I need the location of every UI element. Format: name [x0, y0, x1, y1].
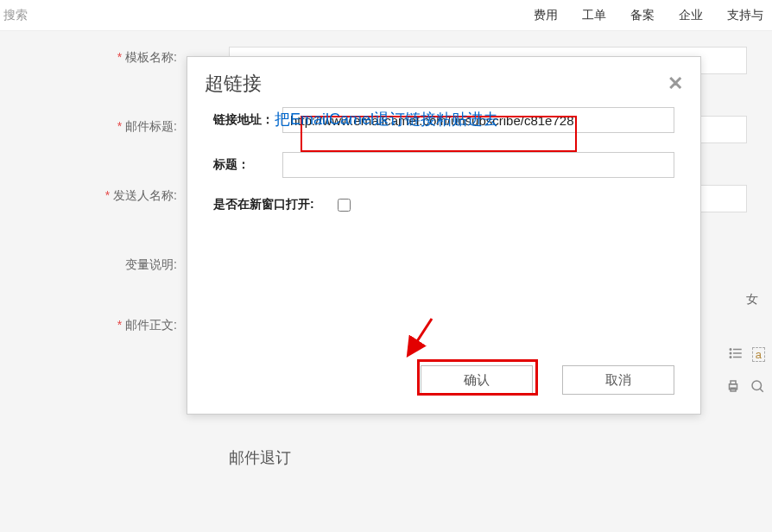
new-window-checkbox[interactable] [338, 199, 351, 212]
label-email-title: *邮件标题: [0, 116, 177, 135]
svg-point-4 [730, 352, 731, 354]
modal-header: 超链接 ✕ [187, 57, 700, 107]
svg-rect-7 [731, 381, 736, 384]
topbar: 搜索 费用 工单 备案 企业 支持与 [0, 0, 772, 31]
svg-point-9 [752, 381, 762, 390]
title-input[interactable] [282, 152, 674, 178]
nav-ticket[interactable]: 工单 [582, 8, 606, 23]
modal-footer: 确认 取消 [421, 365, 674, 395]
editor-toolbar-row2 [725, 378, 765, 396]
modal-title: 超链接 [205, 71, 262, 97]
svg-line-10 [760, 389, 763, 392]
nav-support[interactable]: 支持与 [727, 8, 763, 23]
label-new-window: 是否在新窗口打开: [213, 197, 334, 212]
confirm-button[interactable]: 确认 [421, 365, 533, 395]
font-style-icon[interactable]: a [752, 347, 765, 362]
label-var-desc: 变量说明: [0, 254, 177, 273]
label-url: 链接地址： [213, 112, 282, 128]
svg-point-3 [730, 349, 731, 351]
gender-female: 女 [746, 292, 758, 307]
label-email-body: *邮件正文: [0, 314, 177, 333]
nav-links: 费用 工单 备案 企业 支持与 [534, 8, 763, 23]
body-unsubscribe-text: 邮件退订 [229, 447, 400, 468]
editor-toolbar-row1: a [728, 345, 765, 364]
search-input-placeholder[interactable]: 搜索 [0, 8, 28, 23]
row-new-window: 是否在新窗口打开: [213, 197, 674, 212]
nav-icp[interactable]: 备案 [630, 8, 655, 23]
annotation-text: 把EmailCamel退订链接粘贴进去 [275, 109, 498, 130]
print-icon[interactable] [725, 378, 741, 396]
close-icon[interactable]: ✕ [668, 73, 683, 95]
list-icon[interactable] [728, 345, 744, 364]
label-template-name: *模板名称: [0, 47, 177, 66]
nav-fee[interactable]: 费用 [534, 8, 558, 23]
svg-point-5 [730, 357, 731, 358]
cancel-button[interactable]: 取消 [562, 365, 674, 395]
search-icon[interactable] [750, 378, 765, 396]
row-link-title: 标题： [213, 152, 674, 178]
label-link-title: 标题： [213, 157, 282, 173]
nav-enterprise[interactable]: 企业 [679, 8, 703, 23]
label-sender-name: *发送人名称: [0, 185, 177, 204]
